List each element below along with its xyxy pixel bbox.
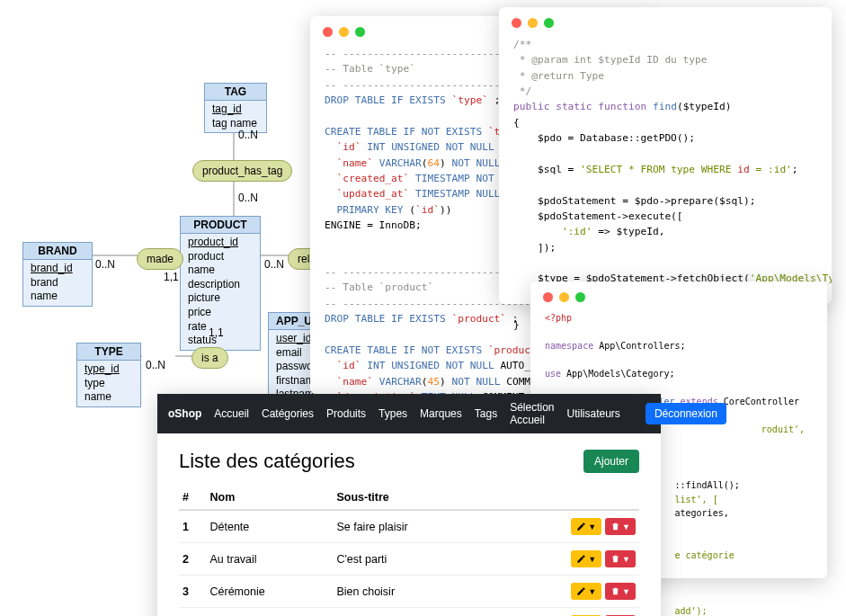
edit-button[interactable]: ▼ (571, 518, 601, 535)
card-isa-prod: 1,1 (209, 326, 224, 339)
entity-brand-name: BRAND (23, 243, 92, 260)
nav-tags[interactable]: Tags (475, 407, 497, 420)
table-row: 4SortirFaire un tour▼▼ (179, 608, 639, 617)
delete-button[interactable]: ▼ (605, 550, 636, 567)
rel-product-has-tag: product_has_tag (192, 160, 292, 182)
caret-down-icon: ▼ (622, 522, 630, 531)
window-controls (499, 7, 832, 35)
close-icon[interactable] (323, 27, 333, 37)
row-subtitle: Faire un tour (333, 608, 493, 617)
card-phtag-prod: 0..N (238, 192, 258, 204)
col-soustitre: Sous-titre (333, 486, 493, 510)
window-controls (530, 281, 827, 309)
zoom-icon[interactable] (575, 292, 585, 302)
navbar: oShop Accueil Catégories Produits Types … (157, 394, 661, 433)
categories-table: # Nom Sous-titre 1DétenteSe faire plaisi… (179, 486, 639, 616)
trash-icon (610, 554, 620, 564)
entity-product-name: PRODUCT (181, 217, 260, 234)
caret-down-icon: ▼ (622, 587, 630, 596)
card-isa-type: 0..N (146, 359, 165, 371)
trash-icon (610, 522, 620, 531)
delete-button[interactable]: ▼ (605, 518, 636, 535)
pencil-icon (576, 522, 586, 531)
row-subtitle: Se faire plaisir (333, 510, 493, 543)
card-tag: 0..N (238, 129, 258, 141)
entity-tag-pk: tag_id (212, 103, 259, 117)
row-id: 2 (179, 543, 206, 576)
entity-type: TYPE type_id type name (76, 343, 141, 407)
table-row: 1DétenteSe faire plaisir▼▼ (179, 510, 639, 543)
entity-product-pk: product_id (188, 236, 253, 250)
code-window-php-model: /** * @param int $typeId ID du type * @r… (499, 7, 832, 304)
entity-tag-name: TAG (205, 84, 266, 101)
delete-button[interactable]: ▼ (605, 583, 636, 600)
trash-icon (610, 586, 620, 596)
row-subtitle: Bien choisir (333, 576, 493, 608)
caret-down-icon: ▼ (588, 555, 596, 564)
row-subtitle: C'est parti (333, 543, 493, 576)
card-made-brand: 0..N (95, 258, 115, 271)
minimize-icon[interactable] (339, 27, 349, 37)
er-diagram: TAG tag_id tag name product_has_tag 0..N… (0, 76, 315, 391)
nav-categories[interactable]: Catégories (262, 407, 314, 420)
card-related: 0..N (264, 258, 284, 271)
row-id: 1 (179, 510, 206, 543)
nav-types[interactable]: Types (378, 407, 407, 420)
entity-tag: TAG tag_id tag name (204, 83, 267, 133)
row-id: 3 (179, 576, 206, 608)
pencil-icon (576, 586, 586, 596)
minimize-icon[interactable] (559, 292, 569, 302)
col-index: # (179, 486, 206, 510)
caret-down-icon: ▼ (622, 555, 630, 564)
nav-produits[interactable]: Produits (326, 407, 366, 420)
oshop-admin: oShop Accueil Catégories Produits Types … (157, 394, 661, 616)
nav-marques[interactable]: Marques (420, 407, 462, 420)
entity-brand: BRAND brand_id brand name (22, 242, 93, 307)
pencil-icon (576, 554, 586, 564)
card-made-prod: 1,1 (164, 271, 179, 283)
close-icon[interactable] (543, 292, 553, 302)
zoom-icon[interactable] (544, 18, 554, 28)
nav-users[interactable]: Utilisateurs (567, 407, 620, 420)
nav-accueil[interactable]: Accueil (214, 407, 249, 420)
row-nom: Détente (206, 510, 333, 543)
nav-selection[interactable]: Sélection Accueil (510, 401, 554, 426)
edit-button[interactable]: ▼ (571, 550, 601, 567)
row-nom: Cérémonie (206, 576, 333, 608)
table-row: 3CérémonieBien choisir▼▼ (179, 576, 639, 608)
navbar-brand[interactable]: oShop (168, 407, 201, 420)
table-row: 2Au travailC'est parti▼▼ (179, 543, 639, 576)
caret-down-icon: ▼ (588, 587, 596, 596)
row-nom: Sortir (206, 608, 333, 617)
row-nom: Au travail (206, 543, 333, 576)
zoom-icon[interactable] (355, 27, 365, 37)
close-icon[interactable] (512, 18, 521, 28)
minimize-icon[interactable] (528, 18, 538, 28)
col-nom: Nom (206, 486, 333, 510)
rel-made: made (137, 248, 183, 270)
page-title: Liste des catégories (179, 450, 355, 473)
caret-down-icon: ▼ (588, 522, 596, 531)
row-id: 4 (179, 608, 206, 617)
logout-button[interactable]: Déconnexion (646, 403, 726, 424)
edit-button[interactable]: ▼ (571, 583, 601, 600)
add-button[interactable]: Ajouter (583, 450, 639, 473)
rel-isa: is a (191, 347, 228, 369)
